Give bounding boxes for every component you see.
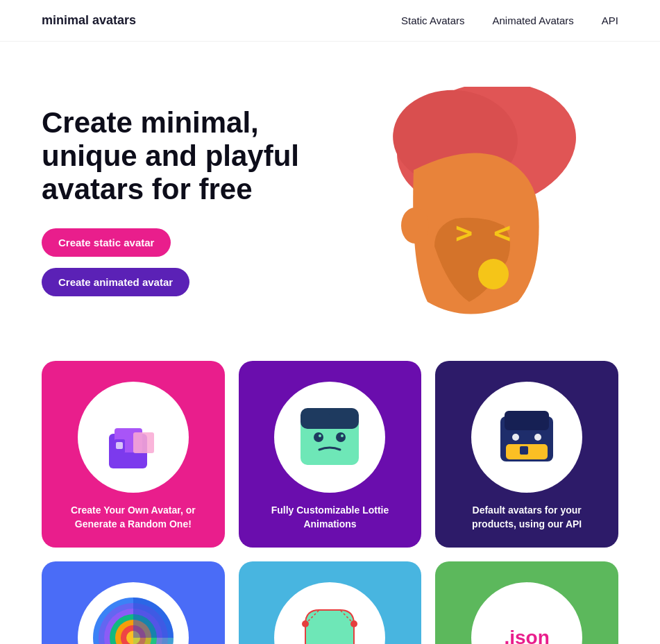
card-label-api: Default avatars for your products, using… — [449, 504, 604, 531]
svg-point-22 — [512, 434, 519, 441]
card-icon-create-own — [78, 382, 189, 493]
create-own-icon — [95, 399, 171, 475]
navbar: minimal avatars Static Avatars Animated … — [0, 0, 660, 42]
hero-left: Create minimal, unique and playful avata… — [42, 106, 319, 297]
nav-link-animated[interactable]: Animated Avatars — [493, 15, 574, 26]
card-json: .json Export as JSON — [435, 561, 618, 644]
hero-buttons: Create static avatar Create animated ava… — [42, 228, 319, 296]
json-label: .json — [478, 589, 575, 644]
svg-rect-19 — [505, 411, 549, 430]
lottie-icon — [288, 396, 371, 479]
hero-avatar-illustration: > < — [358, 87, 580, 316]
card-api: Default avatars for your products, using… — [435, 361, 618, 548]
create-static-button[interactable]: Create static avatar — [42, 228, 171, 257]
svg-text:>: > — [455, 216, 473, 250]
card-shape: Shape customization — [239, 561, 422, 644]
shape-editor-icon — [285, 593, 375, 644]
card-lottie: Fully Customizable Lottie Animations — [239, 361, 422, 548]
card-label-lottie: Fully Customizable Lottie Animations — [253, 504, 408, 531]
svg-point-16 — [319, 434, 321, 437]
card-icon-color — [78, 582, 189, 644]
nav-links: Static Avatars Animated Avatars API — [401, 15, 618, 26]
svg-text:<: < — [493, 216, 511, 250]
create-animated-button[interactable]: Create animated avatar — [42, 268, 189, 296]
card-icon-lottie — [274, 382, 385, 493]
svg-point-23 — [534, 434, 541, 441]
svg-point-14 — [314, 432, 323, 442]
card-label-create-own: Create Your Own Avatar, or Generate a Ra… — [56, 504, 211, 531]
svg-point-5 — [401, 207, 429, 244]
nav-link-api[interactable]: API — [602, 15, 618, 26]
card-icon-shape — [274, 582, 385, 644]
card-icon-api — [471, 382, 582, 493]
logo: minimal avatars — [42, 13, 136, 28]
api-icon — [485, 396, 568, 479]
svg-rect-9 — [133, 432, 154, 453]
hero-title: Create minimal, unique and playful avata… — [42, 106, 319, 207]
svg-rect-13 — [302, 413, 330, 427]
hero-section: Create minimal, unique and playful avata… — [0, 42, 660, 347]
svg-point-15 — [336, 432, 346, 442]
color-wheel-icon — [88, 593, 178, 644]
nav-link-static[interactable]: Static Avatars — [401, 15, 464, 26]
card-create-own: Create Your Own Avatar, or Generate a Ra… — [42, 361, 225, 548]
card-icon-json: .json — [471, 582, 582, 644]
svg-point-4 — [478, 259, 509, 289]
svg-rect-21 — [520, 446, 528, 455]
card-color: Multiple color schemes — [42, 561, 225, 644]
hero-right: > < — [319, 83, 618, 319]
svg-rect-10 — [116, 442, 123, 449]
svg-point-17 — [341, 434, 344, 437]
cards-section: Create Your Own Avatar, or Generate a Ra… — [0, 347, 660, 644]
